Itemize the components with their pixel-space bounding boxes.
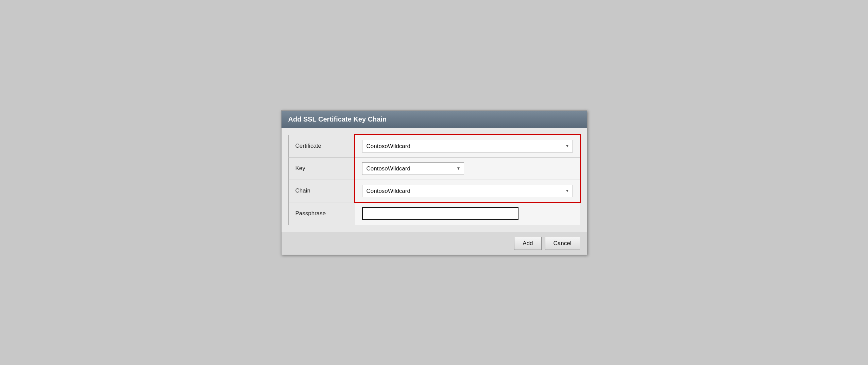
certificate-row: Certificate ContosoWildcard ▼ (288, 135, 580, 157)
certificate-label: Certificate (288, 135, 355, 157)
certificate-input-cell: ContosoWildcard ▼ (355, 135, 580, 157)
chain-label: Chain (288, 180, 355, 202)
key-label: Key (288, 157, 355, 180)
key-select-wrapper: ContosoWildcard ▼ (362, 162, 464, 175)
certificate-select[interactable]: ContosoWildcard (362, 140, 573, 152)
passphrase-input[interactable] (362, 207, 518, 220)
dialog-header: Add SSL Certificate Key Chain (282, 111, 587, 128)
chain-select[interactable]: ContosoWildcard (362, 185, 573, 197)
dialog-footer: Add Cancel (282, 232, 587, 255)
passphrase-label: Passphrase (288, 202, 355, 225)
cancel-button[interactable]: Cancel (545, 237, 580, 250)
form-table: Certificate ContosoWildcard ▼ (288, 135, 580, 225)
passphrase-row: Passphrase (288, 202, 580, 225)
dialog-body: Certificate ContosoWildcard ▼ (282, 128, 587, 232)
dialog-title: Add SSL Certificate Key Chain (288, 115, 387, 123)
chain-row: Chain ContosoWildcard ▼ (288, 180, 580, 202)
key-row: Key ContosoWildcard ▼ (288, 157, 580, 180)
key-select[interactable]: ContosoWildcard (362, 162, 464, 175)
chain-input-cell: ContosoWildcard ▼ (355, 180, 580, 202)
dialog-container: Add SSL Certificate Key Chain Certificat… (281, 110, 587, 255)
add-button[interactable]: Add (514, 237, 541, 250)
chain-select-wrapper: ContosoWildcard ▼ (362, 185, 573, 197)
passphrase-input-cell (355, 202, 580, 225)
key-input-cell: ContosoWildcard ▼ (355, 157, 580, 180)
certificate-select-wrapper: ContosoWildcard ▼ (362, 140, 573, 152)
